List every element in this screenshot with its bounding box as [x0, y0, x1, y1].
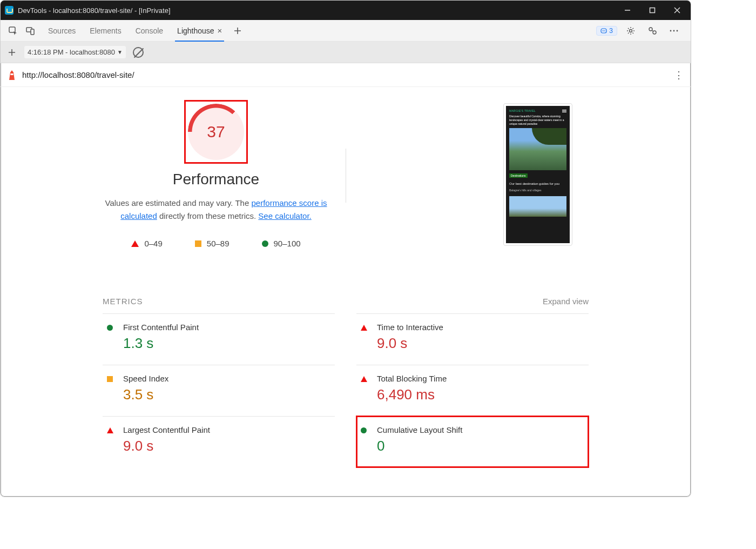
- report-select-label: 4:16:18 PM - localhost:8080: [28, 48, 115, 56]
- tab-label: Elements: [90, 26, 121, 35]
- circle-green-icon: [262, 240, 268, 247]
- legend-mid: 50–89: [195, 239, 230, 248]
- preview-blurb: Discover beautiful Corsica, where stunni…: [509, 115, 566, 126]
- metric-tti[interactable]: Time to Interactive 9.0 s: [356, 313, 589, 365]
- tab-close-icon[interactable]: ×: [218, 26, 222, 35]
- lighthouse-report: 37 Performance Values are estimated and …: [103, 87, 589, 489]
- svg-point-17: [673, 30, 675, 31]
- triangle-red-icon: [361, 376, 367, 382]
- window-title: DevTools - localhost:8080/travel-site/ -…: [18, 6, 171, 15]
- preview-hero-image: [509, 128, 566, 170]
- score-highlight: 37: [184, 100, 248, 164]
- metrics-heading: METRICS: [103, 297, 143, 306]
- window-maximize-button[interactable]: [640, 1, 665, 20]
- tab-lighthouse[interactable]: Lighthouse ×: [171, 20, 228, 42]
- preview-subtitle: Our best destination guides for you: [509, 182, 566, 185]
- metric-fcp[interactable]: First Contentful Paint 1.3 s: [103, 313, 335, 365]
- clear-icon: [133, 47, 144, 58]
- metric-value: 1.3 s: [123, 335, 199, 352]
- more-icon[interactable]: [666, 23, 682, 39]
- metric-value: 9.0 s: [377, 335, 443, 352]
- svg-rect-1: [650, 8, 655, 13]
- svg-point-13: [630, 29, 632, 32]
- circle-green-icon: [361, 427, 367, 433]
- score-legend: 0–49 50–89 90–100: [103, 239, 329, 248]
- metric-cls[interactable]: Cumulative Layout Shift 0: [356, 416, 589, 467]
- clear-button[interactable]: [131, 45, 145, 59]
- report-menu-icon[interactable]: ⋮: [674, 69, 684, 81]
- lighthouse-header: http://localhost:8080/travel-site/ ⋮: [1, 63, 691, 87]
- phone-mock: MARGIE'S TRAVEL Discover beautiful Corsi…: [506, 106, 570, 243]
- svg-rect-4: [9, 27, 15, 32]
- preview-second-image: [509, 196, 566, 217]
- metric-si[interactable]: Speed Index 3.5 s: [103, 365, 335, 416]
- lighthouse-toolbar: 4:16:18 PM - localhost:8080 ▼: [1, 42, 691, 63]
- report-scroll[interactable]: 37 Performance Values are estimated and …: [1, 87, 691, 497]
- app-icon: [5, 6, 14, 15]
- window-minimize-button[interactable]: [615, 1, 640, 20]
- performance-gauge-area: 37 Performance Values are estimated and …: [103, 100, 329, 248]
- metric-label: Speed Index: [123, 374, 168, 383]
- svg-point-18: [677, 30, 678, 31]
- metric-value: 9.0 s: [123, 438, 210, 454]
- report-url: http://localhost:8080/travel-site/: [22, 70, 134, 79]
- devtools-window: DevTools - localhost:8080/travel-site/ -…: [0, 0, 691, 497]
- preview-brand: MARGIE'S TRAVEL: [509, 109, 536, 112]
- svg-point-16: [670, 30, 672, 31]
- metric-label: Largest Contentful Paint: [123, 425, 210, 434]
- divider: [346, 149, 346, 203]
- performance-title: Performance: [103, 171, 329, 188]
- device-toggle-icon[interactable]: [22, 23, 38, 39]
- tab-label: Sources: [48, 26, 76, 35]
- issues-pill[interactable]: 3: [596, 26, 617, 36]
- screenshot-preview[interactable]: MARGIE'S TRAVEL Discover beautiful Corsi…: [503, 103, 572, 246]
- square-orange-icon: [195, 240, 201, 247]
- metric-value: 3.5 s: [123, 386, 168, 403]
- metric-lcp[interactable]: Largest Contentful Paint 9.0 s: [103, 416, 335, 467]
- triangle-red-icon: [131, 240, 139, 247]
- activity-icon[interactable]: [644, 23, 660, 39]
- new-report-button[interactable]: [5, 45, 19, 59]
- triangle-red-icon: [107, 427, 113, 433]
- svg-point-12: [605, 30, 606, 31]
- performance-gauge: 37: [188, 104, 244, 160]
- lighthouse-logo-icon: [7, 69, 17, 81]
- hamburger-icon: [562, 110, 566, 112]
- expand-view-link[interactable]: Expand view: [543, 297, 589, 306]
- caret-down-icon: ▼: [117, 49, 123, 55]
- preview-button: Destinations: [509, 173, 528, 178]
- svg-point-11: [604, 30, 605, 31]
- inspect-icon[interactable]: [5, 23, 21, 39]
- metric-tbt[interactable]: Total Blocking Time 6,490 ms: [356, 365, 589, 416]
- tab-elements[interactable]: Elements: [83, 20, 127, 42]
- tab-label: Console: [136, 26, 163, 35]
- svg-rect-21: [11, 73, 14, 75]
- settings-icon[interactable]: [623, 23, 639, 39]
- window-close-button[interactable]: [665, 1, 690, 20]
- metric-label: Cumulative Layout Shift: [377, 425, 462, 434]
- svg-rect-6: [31, 29, 34, 35]
- preview-small: Balagne's hills and villages: [509, 189, 566, 192]
- metric-label: First Contentful Paint: [123, 323, 199, 332]
- metric-label: Total Blocking Time: [377, 374, 447, 383]
- report-select[interactable]: 4:16:18 PM - localhost:8080 ▼: [24, 46, 126, 58]
- legend-low: 0–49: [131, 239, 162, 248]
- tab-sources[interactable]: Sources: [42, 20, 82, 42]
- performance-score: 37: [188, 104, 244, 160]
- issues-count: 3: [609, 27, 613, 35]
- metric-value: 6,490 ms: [377, 386, 447, 403]
- metrics-section: METRICS Expand view First Contentful Pai…: [103, 297, 589, 467]
- add-tab-button[interactable]: [230, 23, 246, 39]
- tab-label: Lighthouse: [177, 26, 214, 35]
- metric-label: Time to Interactive: [377, 323, 443, 332]
- circle-green-icon: [107, 325, 113, 331]
- square-orange-icon: [107, 376, 113, 382]
- calculator-link[interactable]: See calculator.: [258, 211, 311, 220]
- devtools-tabbar: Sources Elements Console Lighthouse × 3: [1, 20, 691, 42]
- window-titlebar: DevTools - localhost:8080/travel-site/ -…: [1, 1, 691, 20]
- performance-description: Values are estimated and may vary. The p…: [103, 197, 329, 223]
- svg-point-10: [603, 30, 604, 31]
- legend-high: 90–100: [262, 239, 301, 248]
- tab-console[interactable]: Console: [129, 20, 170, 42]
- metric-value: 0: [377, 438, 462, 454]
